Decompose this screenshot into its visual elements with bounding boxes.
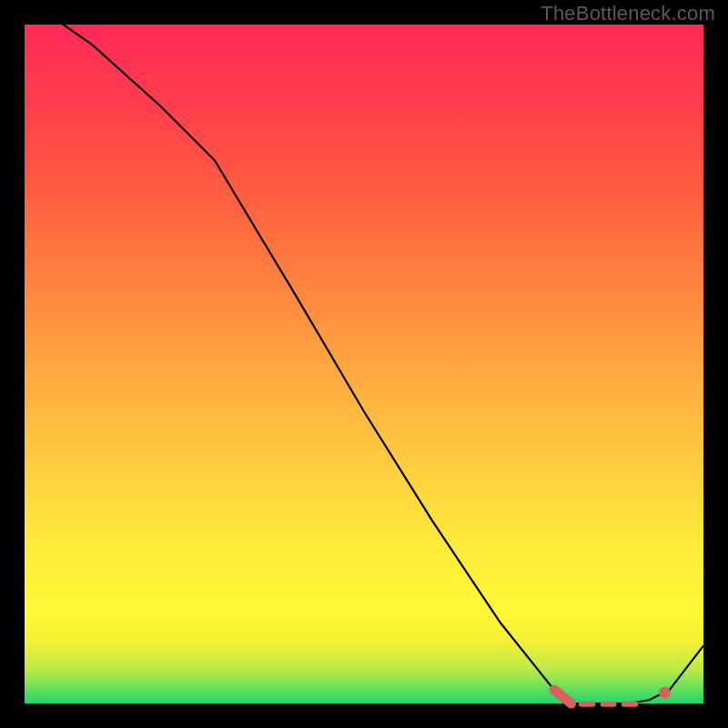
watermark-text: TheBottleneck.com — [541, 2, 715, 25]
valley-highlight-dot — [659, 687, 671, 699]
chart-svg — [25, 25, 703, 703]
bottleneck-curve — [25, 0, 703, 703]
valley-highlight-cap — [554, 690, 571, 703]
